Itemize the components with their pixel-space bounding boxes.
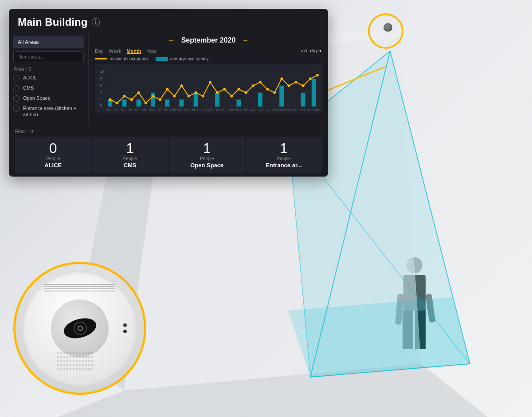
tab-year[interactable]: Year bbox=[146, 48, 156, 54]
dashboard-body: All Areas Floor : 0 ALICE CMS Open Space… bbox=[9, 33, 328, 125]
svg-text:Tu14: Tu14 bbox=[200, 108, 205, 111]
filter-areas-input[interactable] bbox=[13, 51, 84, 62]
unit-value[interactable]: day ▾ bbox=[310, 48, 322, 53]
svg-point-44 bbox=[82, 360, 84, 362]
svg-text:Tu8: Tu8 bbox=[156, 108, 160, 111]
svg-text:Sa18: Sa18 bbox=[229, 108, 235, 111]
tab-month[interactable]: Month bbox=[126, 48, 141, 54]
svg-point-23 bbox=[91, 352, 93, 354]
next-month-button[interactable]: → bbox=[242, 36, 249, 44]
svg-point-119 bbox=[266, 88, 269, 90]
svg-point-100 bbox=[130, 98, 133, 101]
svg-point-34 bbox=[88, 356, 90, 358]
svg-point-64 bbox=[70, 368, 71, 370]
svg-point-36 bbox=[57, 360, 59, 362]
svg-text:Th16: Th16 bbox=[214, 108, 220, 111]
svg-text:Tu2: Tu2 bbox=[113, 108, 117, 111]
sensor-highlight-circle bbox=[368, 13, 403, 49]
svg-rect-95 bbox=[301, 93, 305, 106]
stat-card-alice[interactable]: 0 People ALICE bbox=[15, 137, 91, 173]
svg-point-106 bbox=[173, 95, 176, 98]
svg-point-33 bbox=[85, 356, 87, 358]
svg-point-40 bbox=[70, 360, 71, 362]
svg-point-20 bbox=[82, 352, 84, 354]
svg-point-29 bbox=[73, 356, 74, 358]
area-item-alice[interactable]: ALICE bbox=[13, 75, 84, 81]
svg-point-71 bbox=[91, 368, 93, 370]
svg-rect-92 bbox=[237, 100, 241, 107]
occupancy-chart: 10 8 6 4 2 0 bbox=[95, 64, 322, 113]
svg-text:2: 2 bbox=[100, 98, 102, 101]
stats-row: 0 People ALICE 1 People CMS 1 People Ope… bbox=[15, 137, 322, 173]
svg-point-27 bbox=[66, 356, 68, 358]
svg-rect-94 bbox=[279, 86, 284, 106]
svg-text:Sa24: Sa24 bbox=[272, 108, 278, 111]
person-feet bbox=[401, 349, 428, 354]
dashboard-title: Main Building bbox=[18, 16, 87, 28]
all-areas-button[interactable]: All Areas bbox=[13, 36, 84, 48]
svg-text:10: 10 bbox=[100, 70, 104, 73]
area-item-entrance[interactable]: Entrance area (kitchen + admin) bbox=[13, 105, 84, 118]
svg-point-17 bbox=[73, 352, 74, 354]
stat-number-cms: 1 bbox=[98, 141, 163, 155]
person-arm-right bbox=[426, 293, 436, 323]
area-radio-cms[interactable] bbox=[13, 85, 20, 91]
svg-point-126 bbox=[316, 74, 319, 77]
svg-point-38 bbox=[63, 360, 65, 362]
legend-yellow-line bbox=[95, 58, 107, 59]
svg-rect-87 bbox=[151, 93, 155, 106]
info-icon[interactable]: ℹ bbox=[92, 18, 100, 26]
svg-point-51 bbox=[66, 364, 68, 366]
svg-point-123 bbox=[295, 81, 297, 83]
svg-text:0: 0 bbox=[100, 104, 102, 107]
svg-text:Mo25: Mo25 bbox=[278, 108, 285, 111]
svg-point-46 bbox=[88, 360, 90, 362]
svg-text:Sa30: Sa30 bbox=[313, 108, 319, 111]
legend-cyan-bar bbox=[156, 57, 168, 61]
svg-text:6: 6 bbox=[100, 84, 102, 87]
person-head bbox=[407, 257, 422, 273]
svg-point-28 bbox=[70, 356, 71, 358]
area-radio-openspace[interactable] bbox=[13, 95, 20, 102]
tab-week[interactable]: Week bbox=[109, 48, 121, 54]
stat-card-entrance[interactable]: 1 People Entrance ar... bbox=[246, 137, 322, 173]
svg-point-37 bbox=[60, 360, 62, 362]
svg-point-14 bbox=[63, 352, 65, 354]
svg-text:W21: W21 bbox=[251, 108, 256, 111]
svg-point-68 bbox=[82, 368, 84, 370]
stat-card-cms[interactable]: 1 People CMS bbox=[92, 137, 168, 173]
legend-max-label: maximal occupancy bbox=[110, 56, 149, 61]
svg-point-103 bbox=[152, 95, 154, 98]
svg-point-113 bbox=[223, 88, 226, 90]
svg-text:W1: W1 bbox=[106, 108, 110, 111]
device-circle bbox=[13, 262, 146, 395]
svg-point-125 bbox=[309, 78, 312, 80]
floor-stats: Floor : 0 0 People ALICE 1 People CMS 1 … bbox=[9, 125, 328, 177]
area-radio-entrance[interactable] bbox=[13, 106, 20, 112]
area-name-alice: ALICE bbox=[23, 75, 37, 81]
svg-point-108 bbox=[188, 95, 190, 98]
stat-people-openspace: People bbox=[174, 156, 240, 161]
stat-card-openspace[interactable]: 1 People Open Space bbox=[169, 137, 245, 173]
area-item-openspace[interactable]: Open Space bbox=[13, 95, 84, 102]
svg-rect-91 bbox=[215, 93, 219, 106]
legend-max-occupancy: maximal occupancy bbox=[95, 56, 149, 61]
stat-name-cms: CMS bbox=[98, 162, 163, 169]
svg-point-110 bbox=[202, 95, 204, 98]
svg-point-24 bbox=[57, 356, 59, 358]
svg-point-67 bbox=[79, 368, 81, 370]
svg-text:F11: F11 bbox=[177, 108, 181, 111]
chart-tabs: Day Week Month Year unit: day ▾ bbox=[95, 48, 322, 54]
area-item-cms[interactable]: CMS bbox=[13, 85, 84, 91]
prev-month-button[interactable]: ← bbox=[168, 36, 175, 44]
svg-point-43 bbox=[79, 360, 81, 362]
svg-point-18 bbox=[76, 352, 78, 354]
svg-point-15 bbox=[66, 352, 68, 354]
svg-point-109 bbox=[195, 91, 197, 94]
area-radio-alice[interactable] bbox=[13, 75, 20, 81]
svg-point-65 bbox=[73, 368, 74, 370]
svg-point-97 bbox=[109, 98, 111, 101]
svg-rect-88 bbox=[165, 100, 169, 107]
tab-day[interactable]: Day bbox=[95, 48, 104, 54]
svg-text:Th28: Th28 bbox=[299, 108, 305, 111]
